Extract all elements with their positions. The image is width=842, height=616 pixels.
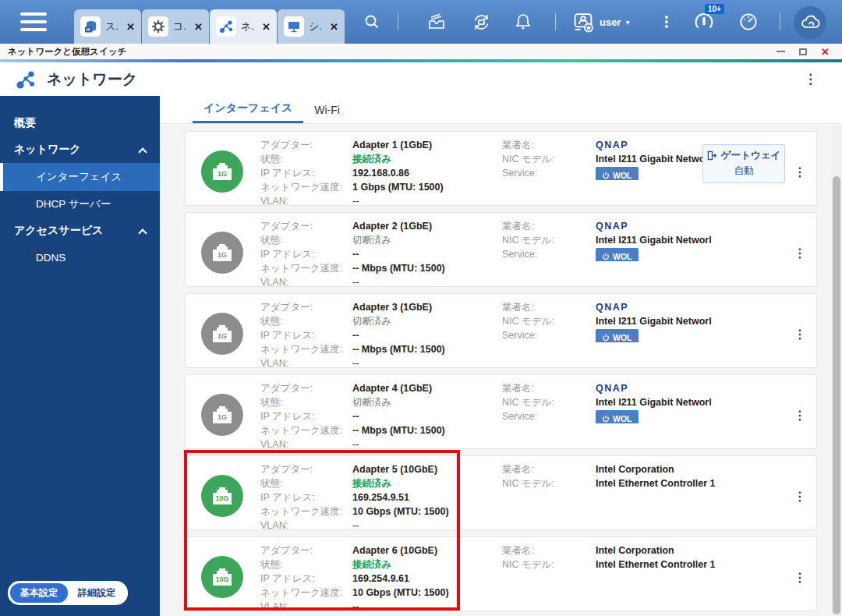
user-name: user	[600, 16, 621, 28]
adapter-vlan: --	[352, 275, 502, 289]
nic-field-labels: 業者名:NIC モデル:Service:	[502, 300, 596, 342]
scrollbar-thumb[interactable]	[833, 176, 840, 614]
card-menu-dots-icon[interactable]: ⋮	[791, 408, 808, 423]
wol-badge[interactable]: WOL	[596, 248, 639, 261]
adapter-ip: 192.168.0.86	[352, 166, 502, 180]
sidebar-item-access-services[interactable]: アクセスサービス	[0, 218, 160, 244]
vendor-name: QNAP	[596, 138, 702, 152]
app-header: ネットワーク ⋮	[0, 62, 842, 96]
tab-label: シ.	[309, 19, 322, 34]
gateway-icon	[707, 150, 717, 161]
vendor-name: Intel Corporation	[596, 462, 791, 476]
tab-label: コ.	[173, 19, 186, 34]
svg-text:1G: 1G	[218, 170, 227, 178]
adapter-vlan: --	[352, 519, 502, 533]
adapter-speed: 10 Gbps (MTU: 1500)	[352, 504, 502, 519]
wol-badge[interactable]: WOL	[596, 329, 639, 342]
network-icon	[216, 16, 236, 37]
minimize-button[interactable]	[777, 51, 785, 52]
adapter-vlan: --	[352, 194, 502, 208]
tab-control-panel[interactable]: コ. ✕	[142, 9, 209, 44]
adapter-status: 接続済み	[352, 152, 502, 166]
adapter-field-values: Adapter 4 (1GbE) 切断済み -- -- Mbps (MTU: 1…	[352, 381, 502, 451]
adapter-status: 切断済み	[352, 233, 502, 247]
close-window-button[interactable]: ✕	[821, 47, 830, 57]
adapter-name: Adapter 3 (1GbE)	[352, 300, 502, 314]
header-menu-dots-icon[interactable]: ⋮	[793, 71, 828, 87]
tab-interfaces[interactable]: インターフェイス	[193, 96, 303, 123]
dashboard-gauge-icon[interactable]	[737, 10, 760, 34]
power-icon	[602, 253, 610, 260]
card-menu-dots-icon[interactable]: ⋮	[791, 246, 808, 260]
sidebar-item-ddns[interactable]: DDNS	[0, 244, 160, 271]
sidebar-item-label: 概要	[14, 116, 36, 130]
wol-badge[interactable]: WOL	[596, 410, 639, 423]
adapter-field-labels: アダプター:状態: IP アドレス:ネットワーク速度:VLAN:	[260, 138, 352, 208]
adapter-status: 接続済み	[352, 558, 502, 572]
resource-monitor-icon[interactable]: 10+	[692, 10, 716, 34]
card-menu-dots-icon[interactable]: ⋮	[791, 489, 808, 504]
basic-settings-button[interactable]: 基本設定	[10, 583, 68, 603]
power-icon	[602, 172, 610, 179]
adapter-ip: --	[352, 409, 502, 423]
divider	[555, 13, 556, 30]
settings-mode-toggle: 基本設定 詳細設定	[8, 581, 128, 605]
adapter-speed: 1 Gbps (MTU: 1500)	[352, 180, 502, 194]
adapter-name: Adapter 2 (1GbE)	[352, 219, 502, 233]
card-menu-dots-icon[interactable]: ⋮	[791, 570, 808, 585]
tab-network[interactable]: ネ. ✕	[210, 9, 277, 44]
close-icon[interactable]: ✕	[262, 21, 271, 33]
svg-text:10G: 10G	[215, 575, 228, 583]
search-icon[interactable]	[360, 10, 384, 34]
adapter-vlan: --	[352, 600, 502, 614]
nic-model: Intel I211 Gigabit Networl	[596, 314, 791, 328]
sidebar-item-interfaces[interactable]: インターフェイス	[0, 163, 160, 191]
advanced-settings-button[interactable]: 詳細設定	[68, 583, 126, 603]
cloud-icon[interactable]	[794, 6, 826, 39]
app-window: IO ス. ✕ コ. ✕	[0, 0, 842, 616]
wol-badge[interactable]: WOL	[596, 167, 639, 180]
vendor-name: QNAP	[596, 300, 791, 314]
sync-icon[interactable]	[469, 10, 493, 34]
sidebar-item-label: アクセスサービス	[14, 224, 103, 238]
card-menu-dots-icon[interactable]: ⋮	[791, 165, 808, 179]
notifications-bell-icon[interactable]	[511, 10, 535, 34]
close-icon[interactable]: ✕	[330, 21, 338, 33]
power-icon	[602, 415, 610, 423]
tab-system[interactable]: シ. ✕	[278, 9, 345, 44]
vendor-name: QNAP	[596, 219, 791, 233]
adapter-name: Adapter 6 (10GbE)	[352, 543, 502, 558]
adapter-field-values: Adapter 1 (1GbE) 接続済み 192.168.0.86 1 Gbp…	[352, 138, 502, 208]
sidebar-item-overview[interactable]: 概要	[0, 110, 160, 136]
adapter-name: Adapter 1 (1GbE)	[352, 138, 502, 152]
tab-storage[interactable]: IO ス. ✕	[74, 9, 141, 44]
gateway-box[interactable]: ゲートウェイ 自動	[702, 144, 785, 183]
maximize-button[interactable]	[799, 48, 807, 55]
close-icon[interactable]: ✕	[194, 21, 203, 33]
background-tasks-icon[interactable]	[425, 10, 448, 34]
tab-label: ス.	[105, 19, 119, 34]
main-menu-icon[interactable]	[20, 12, 47, 31]
svg-text:1G: 1G	[218, 251, 227, 259]
sidebar: 概要 ネットワーク インターフェイス DHCP サーバー アクセスサービス DD…	[0, 96, 160, 616]
nic-model: Intel Ethernet Controller 1	[596, 476, 791, 490]
sidebar-item-dhcp-server[interactable]: DHCP サーバー	[0, 191, 160, 218]
nic-field-labels: 業者名:NIC モデル:	[502, 543, 596, 572]
chevron-up-icon	[138, 147, 147, 156]
svg-text:10G: 10G	[215, 494, 228, 502]
adapter-ip: 169.254.9.61	[352, 572, 502, 586]
card-menu-dots-icon[interactable]: ⋮	[791, 327, 808, 342]
adapter-name: Adapter 4 (1GbE)	[352, 381, 502, 395]
ethernet-port-icon: 10G	[201, 556, 243, 598]
adapter-card: 1G アダプター:状態: IP アドレス:ネットワーク速度:VLAN: Adap…	[185, 293, 817, 368]
nic-field-values: QNAP Intel I211 Gigabit Networl WOL	[596, 219, 791, 261]
divider	[398, 13, 398, 30]
user-menu[interactable]: user ▾	[571, 10, 630, 34]
adapter-field-labels: アダプター:状態: IP アドレス:ネットワーク速度:VLAN:	[260, 543, 352, 614]
sidebar-item-network[interactable]: ネットワーク	[0, 136, 160, 163]
tab-wifi[interactable]: Wi-Fi	[303, 96, 351, 123]
ethernet-port-icon: 1G	[201, 313, 243, 355]
adapter-field-labels: アダプター:状態: IP アドレス:ネットワーク速度:VLAN:	[260, 300, 352, 370]
more-options-icon[interactable]	[655, 10, 678, 34]
close-icon[interactable]: ✕	[126, 21, 135, 33]
